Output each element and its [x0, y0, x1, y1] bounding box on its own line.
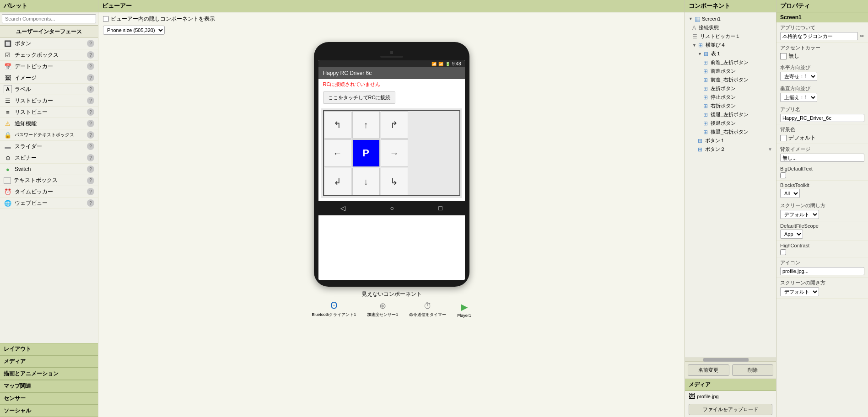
switch-help[interactable]: ? — [87, 166, 94, 173]
palette-item-label[interactable]: A ラベル ? — [0, 84, 98, 95]
prop-input-icon[interactable] — [780, 267, 864, 275]
palette-item-datepicker[interactable]: 📅 デートピッカー ? — [0, 61, 98, 72]
hidden-components-checkbox[interactable] — [103, 16, 109, 22]
maps-section[interactable]: マップ関連 — [0, 380, 98, 392]
palette-item-notifier[interactable]: ⚠ 通知機能 ? — [0, 118, 98, 129]
prop-select-screenclose[interactable]: デフォルト — [780, 210, 819, 219]
palette-item-spinner[interactable]: ⊙ スピナー ? — [0, 152, 98, 164]
palette-item-image[interactable]: 🖼 イメージ ? — [0, 72, 98, 84]
delete-button[interactable]: 削除 — [732, 364, 774, 376]
grid-cell-forward[interactable]: ↑ — [352, 111, 380, 139]
tree-item-connection-status[interactable]: A 接続状態 — [687, 23, 774, 32]
prop-checkbox-highcontrast[interactable] — [780, 249, 786, 255]
datepicker-help[interactable]: ? — [87, 63, 94, 70]
grid-cell-backward[interactable]: ↓ — [352, 168, 380, 195]
palette-item-timepicker[interactable]: ⏰ タイムピッカー ? — [0, 186, 98, 198]
prop-select-blockstoolkit[interactable]: All — [780, 189, 800, 198]
prop-select-halign[interactable]: 左寄せ：1 — [780, 72, 817, 81]
upload-button[interactable]: ファイルをアップロード — [689, 404, 772, 415]
layout-section[interactable]: レイアウト — [0, 343, 98, 355]
sensor-component[interactable]: ⊛ 加速度センサー1 — [367, 301, 398, 318]
label-icon: A — [4, 85, 12, 93]
tree-item-table1[interactable]: ▼ ⊞ 表１ — [687, 49, 774, 58]
prop-input-appname[interactable] — [780, 114, 864, 122]
tree-item-backward-right-btn[interactable]: ⊞ 後退_右折ボタン — [687, 128, 774, 136]
tree-item-listpicker1[interactable]: ☰ リストピッカー１ — [687, 32, 774, 41]
social-section[interactable]: ソーシャル — [0, 405, 98, 417]
textbox-help[interactable]: ? — [87, 177, 94, 184]
grid-cell-forward-right[interactable]: ↱ — [381, 111, 408, 139]
webviewer-help[interactable]: ? — [87, 199, 94, 207]
connect-button[interactable]: ここをタッチしてRCに接続 — [323, 91, 396, 104]
notifier-help[interactable]: ? — [87, 120, 94, 127]
timer-component[interactable]: ⏱ 命令送信用タイマー — [409, 301, 446, 318]
prop-input-bgimage[interactable] — [780, 154, 864, 162]
palette-item-slider[interactable]: ▬ スライダー ? — [0, 141, 98, 152]
tree-item-backward-left-btn[interactable]: ⊞ 後退_左折ボタン — [687, 110, 774, 119]
expand-table1[interactable]: ▼ — [698, 52, 702, 56]
palette-item-checkbox[interactable]: ☑ チェックボックス ? — [0, 49, 98, 61]
layout-icon-tree: ⊞ — [698, 42, 703, 48]
tree-item-backward-btn[interactable]: ⊞ 後退ボタン — [687, 119, 774, 128]
tree-item-btn1[interactable]: ⊞ ボタン１ — [687, 136, 774, 145]
tree-item-left-btn[interactable]: ⊞ 左折ボタン — [687, 84, 774, 93]
spinner-help[interactable]: ? — [87, 154, 94, 161]
button-help[interactable]: ? — [87, 40, 94, 47]
accent-color-box[interactable] — [780, 53, 787, 59]
media-item-profile[interactable]: 🖼 profile.jpg — [685, 391, 776, 402]
listpicker-label: リストピッカー — [15, 97, 53, 105]
grid-cell-backward-right[interactable]: ↳ — [381, 168, 408, 195]
home-button[interactable]: ○ — [390, 204, 394, 212]
grid-cell-backward-left[interactable]: ↲ — [324, 168, 351, 195]
media-section[interactable]: メディア — [0, 355, 98, 368]
image-help[interactable]: ? — [87, 74, 94, 81]
palette-item-listpicker[interactable]: ☰ リストピッカー ? — [0, 95, 98, 107]
tree-item-right-btn[interactable]: ⊞ 右折ボタン — [687, 102, 774, 110]
rename-button[interactable]: 名前変更 — [688, 364, 729, 376]
prop-checkbox-bigdefault[interactable] — [780, 172, 786, 178]
prop-select-screenopen[interactable]: デフォルト — [780, 287, 819, 296]
palette-item-button[interactable]: 🔲 ボタン ? — [0, 38, 98, 49]
grid-cell-right[interactable]: → — [381, 139, 408, 167]
drawing-section[interactable]: 描画とアニメーション — [0, 368, 98, 380]
tree-item-forward-right-btn[interactable]: ⊞ 前進_右折ボタン — [687, 75, 774, 84]
expand-screen1[interactable]: ▼ — [689, 16, 693, 21]
tree-item-stop-btn[interactable]: ⊞ 停止ボタン — [687, 93, 774, 102]
grid-cell-stop[interactable]: P — [352, 139, 380, 167]
checkbox-help[interactable]: ? — [87, 51, 94, 59]
palette-item-webviewer[interactable]: 🌐 ウェブビュー ? — [0, 198, 98, 209]
sensors-section[interactable]: センサー — [0, 392, 98, 405]
datepicker-icon: 📅 — [4, 62, 12, 70]
btn2-dropdown[interactable]: ▼ — [768, 147, 772, 152]
tree-item-btn2[interactable]: ⊞ ボタン２ ▼ — [687, 145, 774, 154]
palette-item-switch[interactable]: ● Switch ? — [0, 164, 98, 175]
grid-cell-left[interactable]: ← — [324, 139, 351, 167]
component-scrollbar[interactable] — [685, 358, 776, 361]
recents-button[interactable]: □ — [438, 204, 442, 212]
prop-select-valign[interactable]: 上揃え：1 — [780, 93, 817, 102]
palette-item-password[interactable]: 🔒 パスワードテキストボックス ? — [0, 129, 98, 141]
tree-item-forward-btn[interactable]: ⊞ 前進ボタン — [687, 67, 774, 75]
tree-item-hlayout4[interactable]: ▼ ⊞ 横並び４ — [687, 41, 774, 49]
bluetooth-component[interactable]: ʘ Bluetoothクライアント1 — [312, 300, 356, 318]
prop-input-about[interactable] — [780, 32, 858, 40]
palette-item-textbox[interactable]: テキストボックス ? — [0, 175, 98, 186]
timepicker-help[interactable]: ? — [87, 188, 94, 195]
listpicker-help[interactable]: ? — [87, 97, 94, 104]
size-select[interactable]: Phone size (505,320) — [103, 26, 165, 35]
palette-item-listview[interactable]: ≡ リストビュー ? — [0, 107, 98, 118]
listview-help[interactable]: ? — [87, 108, 94, 116]
expand-hlayout4[interactable]: ▼ — [692, 43, 697, 48]
edit-icon-about[interactable]: ✏ — [860, 33, 864, 39]
search-input[interactable] — [2, 14, 96, 23]
tree-item-forward-left-btn[interactable]: ⊞ 前進_左折ボタン — [687, 58, 774, 67]
grid-cell-forward-left[interactable]: ↰ — [324, 111, 351, 139]
label-help[interactable]: ? — [87, 86, 94, 93]
tree-item-screen1[interactable]: ▼ ▦ Screen1 — [687, 14, 774, 23]
password-help[interactable]: ? — [87, 131, 94, 139]
player-component[interactable]: ▶ Player1 — [457, 301, 471, 318]
back-button[interactable]: ◁ — [340, 204, 345, 212]
prop-select-filescope[interactable]: App — [780, 230, 803, 239]
slider-help[interactable]: ? — [87, 143, 94, 150]
bg-color-box[interactable] — [780, 135, 787, 141]
